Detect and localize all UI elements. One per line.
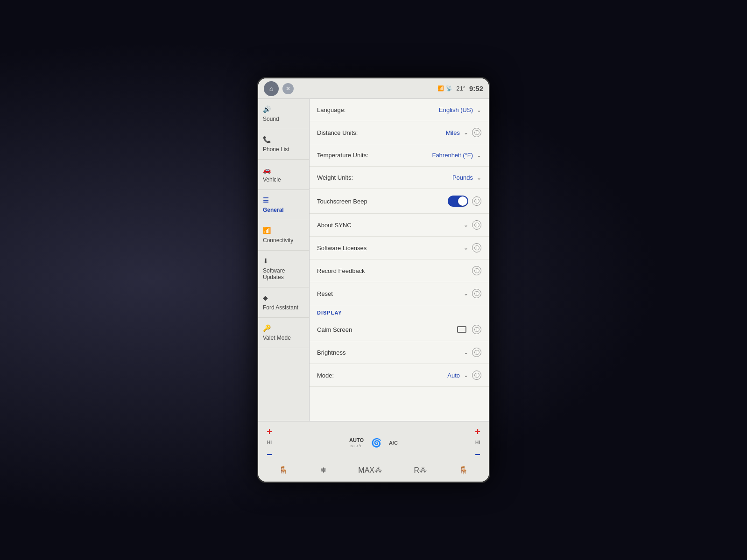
sidebar-label-software: Software Updates [263, 267, 304, 280]
info-button-brightness[interactable]: ⓘ [472, 348, 481, 357]
rear-defrost-btn[interactable]: R⁂ [414, 466, 427, 475]
left-temp-plus[interactable]: + [263, 425, 276, 438]
temperature-display: 21° [456, 85, 465, 92]
info-button-feedback[interactable]: ⓘ [472, 266, 481, 275]
close-icon: ✕ [286, 85, 290, 92]
chevron-icon: ⌄ [464, 290, 468, 297]
setting-licenses-label: Software Licenses [317, 245, 462, 252]
fan-icon: 🌀 [371, 438, 381, 448]
setting-mode-value: Auto [447, 372, 460, 379]
ac-label: A/C [389, 440, 398, 446]
setting-language[interactable]: Language: English (US) ⌄ [310, 99, 489, 121]
fan-speed-btn[interactable]: ❄ [320, 466, 326, 475]
info-button-about[interactable]: ⓘ [472, 220, 481, 230]
setting-calm-screen[interactable]: Calm Screen ⓘ [310, 318, 489, 341]
setting-about-sync[interactable]: About SYNC ⌄ ⓘ [310, 214, 489, 237]
setting-mode[interactable]: Mode: Auto ⌄ ⓘ [310, 364, 489, 387]
general-icon: ☰ [263, 196, 269, 204]
info-button-beep[interactable]: ⓘ [472, 196, 481, 206]
fan-group[interactable]: 🌀 [371, 438, 381, 448]
signal-icon: 📡 [446, 85, 452, 91]
top-bar-right: 📶 📡 21° 9:52 [437, 84, 483, 92]
sidebar-item-sound[interactable]: 🔊 Sound [258, 99, 309, 129]
right-temp-minus[interactable]: – [471, 447, 484, 460]
sidebar-label-general: General [263, 207, 284, 213]
infotainment-screen: ⌂ ✕ 📶 📡 21° 9:52 🔊 Sound [257, 77, 490, 483]
setting-feedback-label: Record Feedback [317, 267, 468, 274]
info-button-calm[interactable]: ⓘ [472, 325, 481, 334]
setting-beep[interactable]: Touchscreen Beep ⓘ [310, 189, 489, 214]
right-temp-plus[interactable]: + [471, 425, 484, 438]
setting-weight-label: Weight Units: [317, 174, 452, 181]
setting-language-label: Language: [317, 106, 439, 113]
setting-reset[interactable]: Reset ⌄ ⓘ [310, 282, 489, 305]
toggle-knob [458, 196, 467, 206]
sidebar-item-phone[interactable]: 📞 Phone List [258, 129, 309, 160]
seat-heat-left-btn[interactable]: 🪑 [279, 466, 288, 475]
setting-distance-value: Miles [446, 129, 460, 136]
setting-temperature[interactable]: Temperature Units: Fahrenheit (°F) ⌄ [310, 144, 489, 167]
setting-language-value: English (US) [439, 106, 473, 113]
sidebar-item-software[interactable]: ⬇ Software Updates [258, 251, 309, 287]
max-defrost-btn[interactable]: MAX⁂ [358, 466, 382, 475]
right-temp-control: + HI – [471, 425, 484, 460]
seat-heat-right-btn[interactable]: 🪑 [459, 466, 468, 475]
close-button[interactable]: ✕ [282, 83, 294, 94]
climate-bottom: 🪑 ❄ MAX⁂ R⁂ 🪑 [263, 464, 484, 475]
sidebar-label-valet: Valet Mode [263, 335, 291, 341]
info-button-distance[interactable]: ⓘ [472, 128, 481, 137]
fan-speed-icon: ❄ [320, 466, 326, 475]
climate-center: AUTO 68.0 °F 🌀 A/C [276, 437, 471, 448]
climate-top: + HI – AUTO 68.0 °F 🌀 A/C [263, 425, 484, 460]
main-content: 🔊 Sound 📞 Phone List 🚗 Vehicle ☰ General [258, 99, 489, 421]
chevron-icon: ⌄ [464, 222, 468, 228]
info-button-mode[interactable]: ⓘ [472, 371, 481, 380]
sidebar: 🔊 Sound 📞 Phone List 🚗 Vehicle ☰ General [258, 99, 310, 421]
top-bar-left: ⌂ ✕ [264, 81, 294, 96]
sidebar-item-general[interactable]: ☰ General [258, 190, 309, 220]
ac-group[interactable]: A/C [389, 440, 398, 446]
max-defrost-label: MAX⁂ [358, 466, 382, 475]
sidebar-label-phone: Phone List [263, 146, 289, 153]
connectivity-icon: 📶 [263, 227, 271, 234]
chevron-icon: ⌄ [477, 107, 481, 113]
left-temp-label: HI [267, 440, 272, 445]
vehicle-icon: 🚗 [263, 166, 271, 174]
rear-defrost-label: R⁂ [414, 466, 427, 475]
info-button-reset[interactable]: ⓘ [472, 289, 481, 298]
setting-licenses[interactable]: Software Licenses ⌄ ⓘ [310, 237, 489, 259]
home-button[interactable]: ⌂ [264, 81, 279, 96]
valet-icon: 🔑 [263, 324, 271, 332]
top-bar: ⌂ ✕ 📶 📡 21° 9:52 [258, 78, 489, 99]
auto-label: AUTO [349, 437, 364, 443]
sidebar-item-ford[interactable]: ◆ Ford Assistant [258, 287, 309, 318]
climate-bar: + HI – AUTO 68.0 °F 🌀 A/C [258, 421, 489, 482]
ford-icon: ◆ [263, 294, 268, 301]
setting-distance-label: Distance Units: [317, 129, 446, 136]
setting-feedback[interactable]: Record Feedback ⓘ [310, 259, 489, 282]
setting-calm-label: Calm Screen [317, 326, 457, 333]
setting-brightness-label: Brightness [317, 349, 462, 356]
setting-mode-label: Mode: [317, 372, 447, 379]
chevron-icon: ⌄ [477, 152, 481, 159]
setting-distance[interactable]: Distance Units: Miles ⌄ ⓘ [310, 121, 489, 144]
phone-icon: 📞 [263, 136, 271, 143]
touchscreen-beep-toggle[interactable] [448, 196, 468, 207]
display-section-header: DISPLAY [310, 305, 489, 318]
sidebar-label-ford: Ford Assistant [263, 304, 298, 311]
auto-climate-group[interactable]: AUTO 68.0 °F [349, 437, 364, 448]
sidebar-item-valet[interactable]: 🔑 Valet Mode [258, 318, 309, 348]
left-temp-minus[interactable]: – [263, 447, 276, 460]
info-button-licenses[interactable]: ⓘ [472, 243, 481, 252]
chevron-icon: ⌄ [464, 129, 468, 136]
sidebar-item-vehicle[interactable]: 🚗 Vehicle [258, 160, 309, 190]
chevron-icon: ⌄ [464, 372, 468, 378]
sidebar-label-sound: Sound [263, 116, 279, 122]
setting-weight[interactable]: Weight Units: Pounds ⌄ [310, 167, 489, 189]
sound-icon: 🔊 [263, 105, 271, 113]
setting-temp-label: Temperature Units: [317, 152, 432, 159]
seat-heat-left-icon: 🪑 [279, 466, 288, 475]
sidebar-item-connectivity[interactable]: 📶 Connectivity [258, 220, 309, 251]
setting-brightness[interactable]: Brightness ⌄ ⓘ [310, 341, 489, 364]
software-icon: ⬇ [263, 257, 268, 265]
